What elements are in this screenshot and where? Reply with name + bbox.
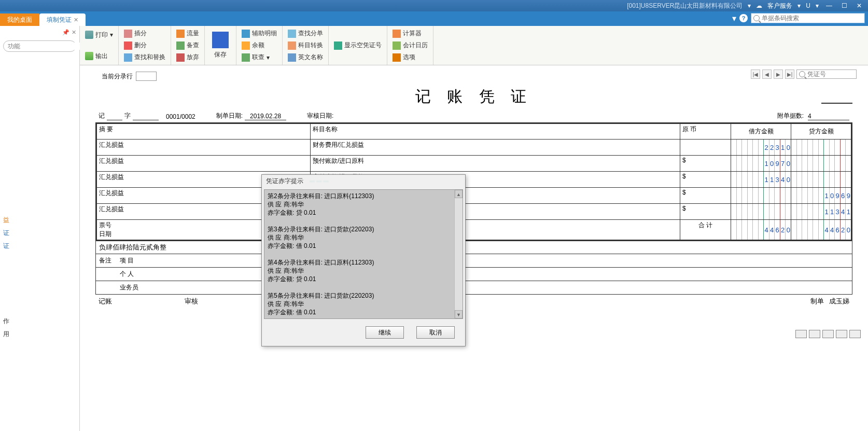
btn-label: 打印 [95,31,108,39]
cell-currency[interactable]: $ [680,172,731,188]
next-button[interactable]: ▶ [774,69,783,79]
badge-icon[interactable] [822,330,834,338]
insert-row-button[interactable]: 插分 [123,28,166,39]
cell-debit[interactable] [731,204,791,220]
flow-button[interactable]: 流量 [175,28,200,39]
dropdown-icon[interactable]: ▾ [110,31,113,38]
maximize-button[interactable]: ☐ [839,2,849,9]
barcode-search[interactable] [751,13,865,23]
minimize-button[interactable]: — [824,2,834,9]
dropdown-icon[interactable]: ▾ [748,2,751,9]
link-query-button[interactable]: 联查▾ [241,52,278,63]
voucher-no-search[interactable] [796,69,857,79]
cell-currency[interactable]: $ [680,204,731,220]
sign-make-label: 制单 [810,297,824,306]
tab-close-icon[interactable]: ✕ [74,17,78,23]
find-split-button[interactable]: 查找分单 [287,28,324,39]
save-button[interactable]: 保存 [209,28,232,63]
barcode-input[interactable] [762,15,862,22]
date-label: 日期 [99,230,111,238]
badge-icon[interactable] [849,330,861,338]
current-line-input[interactable] [136,72,157,81]
dropdown-icon[interactable]: ▾ [732,13,736,23]
show-empty-voucher-button[interactable]: 显示空凭证号 [333,28,383,63]
cell-summary[interactable]: 汇兑损益 [97,140,311,156]
balance-button[interactable]: 余额 [241,40,278,51]
cell-account[interactable]: 预付账款/进口原料 [311,156,680,172]
dialog-title-bar[interactable]: 凭证赤字提示 ··· ··· ··· [262,175,465,187]
delete-row-button[interactable]: 删分 [123,40,166,51]
pin-icon[interactable]: 📌 [62,29,69,36]
dialog-title-blur: ··· ··· ··· [310,177,329,185]
deficit-warning-dialog: 凭证赤字提示 ··· ··· ··· 第2条分录往来科目: 进口原料(11230… [261,174,466,346]
cell-credit[interactable] [791,172,851,188]
btn-label: 放弃 [187,53,199,62]
continue-button[interactable]: 继续 [366,326,404,339]
close-pane-icon[interactable]: ✕ [72,29,76,36]
cell-account[interactable]: 财务费用/汇兑损益 [311,140,680,156]
print-button[interactable]: 打印▾ [84,30,114,40]
calculator-button[interactable]: 计算器 [391,28,429,39]
tree-node[interactable]: 用 [3,328,76,341]
signature-row: 记账 审核 制单 成玉娣 [88,295,860,308]
prev-button[interactable]: ◀ [762,69,772,79]
attach-count[interactable]: 4 [808,113,849,120]
dropdown-icon[interactable]: ▾ [816,2,819,9]
btn-label: 保存 [214,50,227,59]
cell-currency[interactable]: $ [680,156,731,172]
cell-debit[interactable]: 10970 [731,156,791,172]
cell-currency[interactable]: $ [680,188,731,204]
scroll-up-icon[interactable]: ▲ [455,190,463,198]
insert-icon [124,30,132,38]
options-icon [393,53,401,62]
first-button[interactable]: |◀ [751,69,760,79]
abandon-button[interactable]: 放弃 [175,52,200,63]
sign-book: 记账 [99,297,112,306]
make-date-value[interactable]: 2019.02.28 [245,113,286,120]
title-bar: [001]U8SERVER昆山太田新材料有限公司 ▾ ☁ 客户服务 ▾ U ▾ … [0,0,868,11]
cell-debit[interactable] [731,188,791,204]
function-search[interactable]: ▾ [3,40,76,52]
tree-node[interactable]: 益 [3,214,76,227]
cell-credit[interactable]: 11341 [791,204,851,220]
calendar-button[interactable]: 会计日历 [391,40,429,51]
u-label[interactable]: U [806,2,810,9]
badge-icon[interactable] [836,330,847,338]
tree-node[interactable]: 作 [3,315,76,328]
function-search-input[interactable] [8,43,86,50]
scrollbar[interactable]: ▲ ▼ [454,190,463,318]
cell-debit[interactable]: 22310 [731,140,791,156]
voucher-no-input[interactable] [807,71,854,78]
cell-currency[interactable] [680,140,731,156]
tab-voucher-entry[interactable]: 填制凭证 ✕ [39,13,86,26]
dropdown-icon[interactable]: ▾ [797,2,801,9]
close-button[interactable]: ✕ [855,2,864,9]
cell-credit[interactable] [791,156,851,172]
voucher-type-field[interactable] [107,120,122,120]
calc-icon [393,30,401,38]
dropdown-icon[interactable]: ▾ [267,54,270,61]
audit-button[interactable]: 备查 [175,40,200,51]
account-convert-button[interactable]: 科目转换 [287,40,324,51]
export-button[interactable]: 输出 [84,51,114,62]
cell-summary[interactable]: 汇兑损益 [97,156,311,172]
cancel-button[interactable]: 取消 [416,326,455,339]
abandon-icon [176,53,185,62]
tree-node[interactable]: 证 [3,240,76,253]
cell-debit[interactable]: 11340 [731,172,791,188]
cell-credit[interactable]: 10969 [791,188,851,204]
english-name-button[interactable]: 英文名称 [287,52,324,63]
total-label: 合 计 [680,220,731,240]
cell-credit[interactable] [791,140,851,156]
find-replace-button[interactable]: 查找和替换 [123,52,166,63]
last-button[interactable]: ▶| [785,69,794,79]
badge-icon[interactable] [795,330,807,338]
aux-detail-button[interactable]: 辅助明细 [241,28,278,39]
service-label[interactable]: 客户服务 [767,2,792,10]
options-button[interactable]: 选项 [391,52,429,63]
help-icon[interactable]: ? [739,14,748,22]
tab-desktop[interactable]: 我的桌面 [0,13,39,26]
scroll-down-icon[interactable]: ▼ [455,310,463,318]
badge-icon[interactable] [809,330,820,338]
tree-node[interactable]: 证 [3,227,76,240]
